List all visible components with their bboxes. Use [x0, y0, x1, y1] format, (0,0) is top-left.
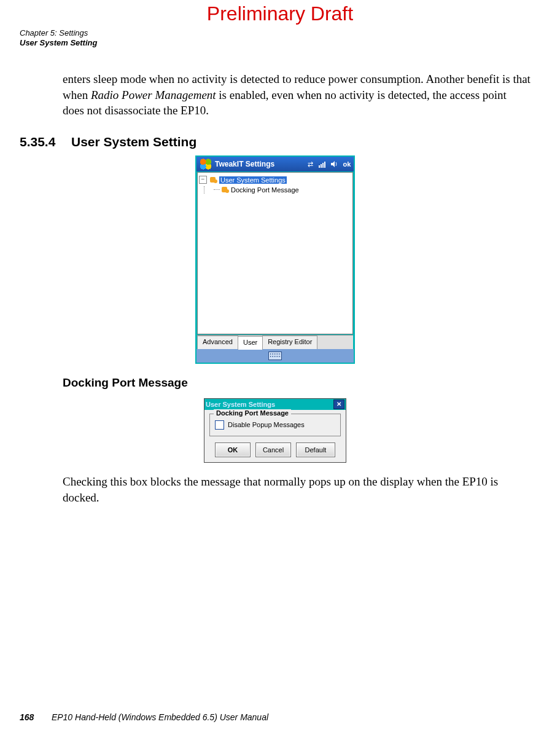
- gear-icon: [221, 186, 230, 194]
- preliminary-draft-banner: Preliminary Draft: [0, 2, 560, 25]
- default-button[interactable]: Default: [296, 442, 335, 457]
- ok-button[interactable]: OK: [215, 442, 251, 457]
- group-label: Docking Port Message: [214, 409, 291, 417]
- connectivity-icon[interactable]: ⇄: [306, 160, 314, 168]
- tab-registry-editor[interactable]: Registry Editor: [262, 336, 317, 349]
- dialog-titlebar: User System Settings ✕: [204, 399, 346, 410]
- dialog-title: User System Settings: [206, 401, 275, 408]
- gear-icon: [209, 176, 218, 184]
- tree-root-label[interactable]: User System Settings: [219, 176, 287, 184]
- svg-rect-1: [321, 164, 322, 168]
- svg-rect-2: [322, 163, 324, 168]
- tree-root-row[interactable]: − User System Settings: [199, 175, 351, 185]
- figure-docking-dialog: User System Settings ✕ Docking Port Mess…: [20, 398, 531, 463]
- page-header: Chapter 5: Settings User System Setting: [20, 28, 97, 49]
- disable-popup-label: Disable Popup Messages: [228, 421, 305, 428]
- tweakit-window: TweakIT Settings ⇄ ok − User System Se: [195, 155, 355, 364]
- close-icon[interactable]: ✕: [333, 399, 344, 409]
- tab-advanced[interactable]: Advanced: [197, 336, 238, 349]
- intro-paragraph: enters sleep mode when no activity is de…: [63, 71, 531, 119]
- bottom-bar: [196, 349, 354, 363]
- header-chapter: Chapter 5: Settings: [20, 28, 97, 38]
- page-footer: 168 EP10 Hand-Held (Windows Embedded 6.5…: [20, 712, 268, 722]
- subsection-heading: Docking Port Message: [63, 376, 531, 390]
- manual-title: EP10 Hand-Held (Windows Embedded 6.5) Us…: [52, 712, 268, 722]
- window-title: TweakIT Settings: [215, 160, 306, 168]
- section-heading: 5.35.4 User System Setting: [20, 135, 531, 149]
- user-system-settings-dialog: User System Settings ✕ Docking Port Mess…: [204, 398, 346, 463]
- disable-popup-checkbox-row[interactable]: Disable Popup Messages: [215, 420, 335, 430]
- volume-icon[interactable]: [330, 160, 339, 168]
- tree-child-row[interactable]: Docking Port Message: [214, 185, 351, 195]
- figure-tweakit-window: TweakIT Settings ⇄ ok − User System Se: [20, 155, 531, 364]
- section-title: User System Setting: [71, 135, 196, 149]
- disable-popup-checkbox[interactable]: [215, 420, 224, 430]
- docking-port-message-group: Docking Port Message Disable Popup Messa…: [209, 414, 341, 436]
- svg-rect-0: [319, 165, 320, 168]
- section-number: 5.35.4: [20, 135, 71, 149]
- closing-paragraph: Checking this box blocks the message tha…: [63, 474, 531, 505]
- signal-icon[interactable]: [318, 160, 327, 168]
- collapse-icon[interactable]: −: [199, 176, 207, 184]
- titlebar: TweakIT Settings ⇄ ok: [196, 157, 354, 171]
- ok-button[interactable]: ok: [343, 160, 351, 168]
- cancel-button[interactable]: Cancel: [255, 442, 291, 457]
- header-section: User System Setting: [20, 38, 97, 48]
- tree-view[interactable]: − User System Settings Docking Port Mess…: [197, 172, 353, 334]
- svg-rect-3: [324, 162, 325, 168]
- start-icon[interactable]: [199, 159, 212, 170]
- page-number: 168: [20, 712, 49, 722]
- keyboard-icon[interactable]: [268, 352, 282, 360]
- tab-user[interactable]: User: [238, 336, 263, 350]
- tab-bar: Advanced User Registry Editor: [197, 335, 353, 349]
- tree-child-label[interactable]: Docking Port Message: [231, 186, 299, 194]
